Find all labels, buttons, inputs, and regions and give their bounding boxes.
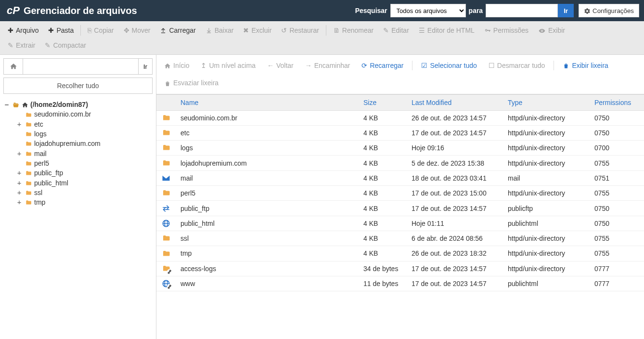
unselect-all-button[interactable]: ☐Desmarcar tudo: [484, 59, 550, 72]
tree-item[interactable]: logs: [3, 129, 153, 139]
expand-icon[interactable]: [16, 130, 23, 138]
copy-button[interactable]: ⎘Copiar: [83, 24, 118, 37]
reload-button[interactable]: ⟳Recarregar: [357, 59, 408, 72]
path-go-button[interactable]: Ir: [139, 58, 153, 75]
expand-icon[interactable]: [16, 140, 23, 147]
tree-item[interactable]: +etc: [3, 119, 153, 129]
view-trash-button[interactable]: Exibir lixeira: [558, 59, 613, 72]
row-size: 4 KB: [359, 186, 407, 201]
row-size: 34 de bytes: [359, 261, 407, 276]
permissions-button[interactable]: Permissões: [479, 24, 533, 37]
tree-item[interactable]: seudominio.com.br: [3, 109, 153, 119]
table-row[interactable]: ssl4 KB6 de abr. de 2024 08:56httpd/unix…: [156, 231, 644, 246]
file-table: Name Size Last Modified Type Permissions…: [156, 94, 644, 292]
expand-icon[interactable]: +: [16, 179, 23, 187]
table-row[interactable]: tmp4 KB26 de out. de 2023 18:32httpd/uni…: [156, 246, 644, 261]
new-folder-button[interactable]: ✚Pasta: [43, 24, 78, 37]
move-button[interactable]: ✥Mover: [119, 24, 155, 37]
upload-button[interactable]: Carregar: [155, 24, 200, 37]
col-size[interactable]: Size: [359, 94, 407, 110]
row-icon: [156, 186, 176, 201]
expand-icon[interactable]: +: [16, 169, 23, 177]
row-name: public_html: [176, 216, 359, 231]
col-name[interactable]: Name: [176, 94, 359, 110]
tree-item-label: public_ftp: [34, 169, 63, 177]
row-icon: [156, 141, 176, 156]
tree-item[interactable]: +mail: [3, 148, 153, 158]
expand-icon[interactable]: +: [16, 120, 23, 128]
row-size: 11 de bytes: [359, 276, 407, 291]
expand-icon[interactable]: +: [16, 150, 23, 157]
restore-button[interactable]: ↺Restaurar: [276, 24, 323, 37]
delete-button[interactable]: ✖Excluir: [238, 24, 276, 37]
table-row[interactable]: perl54 KB17 de out. de 2023 15:00httpd/u…: [156, 186, 644, 201]
tree-item[interactable]: perl5: [3, 158, 153, 168]
table-row[interactable]: www11 de bytes17 de out. de 2023 14:57pu…: [156, 276, 644, 291]
collapse-icon[interactable]: −: [3, 101, 10, 108]
row-name: seudominio.com.br: [176, 110, 359, 125]
nav-back-button[interactable]: ←Voltar: [262, 59, 298, 72]
restore-icon: ↺: [281, 26, 287, 34]
col-type[interactable]: Type: [503, 94, 590, 110]
compress-button[interactable]: ✎Compactar: [40, 39, 90, 52]
tree-item[interactable]: +ssl: [3, 188, 153, 197]
nav-home-button[interactable]: Início: [159, 59, 194, 72]
expand-icon[interactable]: +: [16, 198, 23, 206]
rename-button[interactable]: 🗎Renomear: [328, 24, 378, 37]
view-button[interactable]: Exibir: [533, 24, 570, 37]
row-icon: [156, 125, 176, 140]
row-type: publichtml: [503, 276, 590, 291]
trash-icon: [563, 62, 569, 69]
tree-item[interactable]: +public_html: [3, 178, 153, 187]
extract-button[interactable]: ✎Extrair: [3, 39, 40, 52]
table-row[interactable]: seudominio.com.br4 KB26 de out. de 2023 …: [156, 110, 644, 125]
tree-item[interactable]: +tmp: [3, 197, 153, 207]
expand-icon[interactable]: +: [16, 189, 23, 196]
folder-tree: − (/home2/domin87) seudominio.com.br+etc…: [3, 100, 153, 207]
html-editor-button[interactable]: ☰Editor de HTML: [414, 24, 479, 37]
nav-forward-button[interactable]: →Encaminhar: [300, 59, 355, 72]
folder-icon: [25, 169, 32, 177]
upload-icon: [160, 26, 167, 34]
plus-icon: ✚: [48, 26, 54, 34]
folder-icon: [25, 198, 32, 206]
expand-icon[interactable]: [16, 159, 23, 167]
settings-button[interactable]: Configurações: [579, 4, 639, 17]
table-row[interactable]: public_ftp4 KB17 de out. de 2023 14:57pu…: [156, 201, 644, 216]
folder-open-icon: [12, 101, 20, 108]
table-row[interactable]: logs4 KBHoje 09:16httpd/unix-directory07…: [156, 141, 644, 156]
expand-icon[interactable]: [16, 110, 23, 118]
col-permissions[interactable]: Permissions: [590, 94, 644, 110]
tree-root[interactable]: − (/home2/domin87): [3, 100, 153, 109]
collapse-all-button[interactable]: Recolher tudo: [3, 78, 153, 94]
eye-icon: [538, 26, 546, 34]
table-row[interactable]: mail4 KB18 de out. de 2023 03:41mail0751: [156, 170, 644, 185]
select-all-button[interactable]: ☑Selecionar tudo: [416, 59, 481, 72]
check-icon: ☑: [421, 62, 427, 69]
download-button[interactable]: Baixar: [201, 24, 239, 37]
search-go-button[interactable]: Ir: [558, 4, 574, 17]
folder-icon: [25, 189, 32, 196]
row-name: ssl: [176, 231, 359, 246]
row-name: lojadohupremium.com: [176, 156, 359, 170]
download-icon: [206, 26, 212, 34]
col-last-modified[interactable]: Last Modified: [407, 94, 503, 110]
tree-item[interactable]: lojadohupremium.com: [3, 139, 153, 148]
tree-item[interactable]: +public_ftp: [3, 168, 153, 178]
row-type: publichtml: [503, 216, 590, 231]
edit-button[interactable]: ✎Editar: [378, 24, 414, 37]
home-icon: [22, 101, 28, 108]
table-row[interactable]: public_html4 KBHoje 01:11publichtml0750: [156, 216, 644, 231]
table-row[interactable]: etc4 KB17 de out. de 2023 14:57httpd/uni…: [156, 125, 644, 140]
empty-trash-button[interactable]: Esvaziar lixeira: [159, 76, 223, 90]
new-file-button[interactable]: ✚Arquivo: [3, 24, 43, 37]
html-icon: ☰: [419, 26, 425, 34]
search-input[interactable]: [486, 4, 558, 17]
folder-icon: [25, 130, 32, 138]
table-row[interactable]: access-logs34 de bytes17 de out. de 2023…: [156, 261, 644, 276]
home-button[interactable]: [3, 58, 23, 75]
search-scope-select[interactable]: Todos os arquivos: [390, 4, 466, 17]
table-row[interactable]: lojadohupremium.com4 KB5 de dez. de 2023…: [156, 156, 644, 170]
path-input[interactable]: [23, 58, 139, 75]
nav-up-button[interactable]: ↥Um nível acima: [196, 59, 260, 72]
